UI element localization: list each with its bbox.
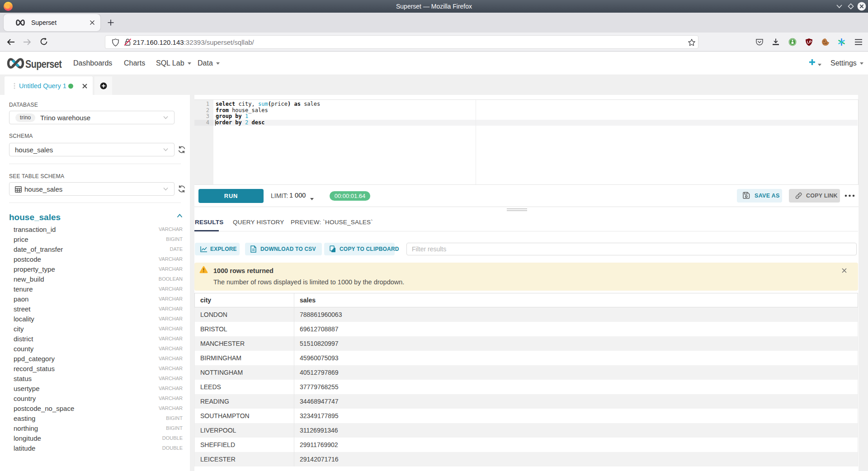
table-column-row[interactable]: postcode_no_spaceVARCHAR: [0, 403, 190, 413]
table-row[interactable]: LEEDS37779768255: [194, 380, 858, 394]
table-select[interactable]: house_sales: [9, 182, 175, 196]
table-column-row[interactable]: date_of_transferDATE: [0, 244, 190, 254]
table-column-row[interactable]: ppd_categoryVARCHAR: [0, 353, 190, 363]
table-row[interactable]: LEICESTER29142071716: [194, 452, 858, 466]
tab-close-icon[interactable]: [90, 20, 95, 25]
drag-dots-icon[interactable]: [14, 83, 15, 89]
bookmark-star-icon[interactable]: [688, 38, 696, 47]
table-row[interactable]: BIRMINGHAM45960075093: [194, 351, 858, 365]
window-minimize-icon[interactable]: [836, 4, 843, 9]
lock-insecure-icon[interactable]: [123, 38, 132, 47]
superset-logo-text[interactable]: Superset: [25, 58, 61, 71]
alert-close-icon[interactable]: [842, 268, 847, 273]
add-new-caret[interactable]: [818, 61, 821, 69]
table-column-row[interactable]: paonVARCHAR: [0, 294, 190, 304]
table-row[interactable]: READING34468947747: [194, 394, 858, 409]
table-column-row[interactable]: usertypeVARCHAR: [0, 383, 190, 393]
table-row[interactable]: BRISTOL69612708887: [194, 322, 858, 336]
browser-tab[interactable]: Superset: [4, 14, 100, 31]
nav-data[interactable]: Data: [198, 59, 220, 67]
add-query-tab-icon[interactable]: [100, 82, 107, 89]
table-column-row[interactable]: districtVARCHAR: [0, 334, 190, 344]
nav-sql-lab[interactable]: SQL Lab: [156, 59, 191, 67]
copy-clipboard-button[interactable]: COPY TO CLIPBOARD: [324, 243, 395, 255]
table-schema-title[interactable]: house_sales: [9, 212, 61, 222]
pocket-icon[interactable]: [755, 38, 764, 46]
table-row[interactable]: LIVERPOOL31126991346: [194, 423, 858, 438]
table-column-row[interactable]: property_typeVARCHAR: [0, 264, 190, 274]
table-row[interactable]: NOTTINGHAM40512797869: [194, 365, 858, 380]
tab-query-history[interactable]: QUERY HISTORY: [233, 219, 284, 226]
table-column-row[interactable]: new_buildBOOLEAN: [0, 274, 190, 284]
table-column-row[interactable]: countryVARCHAR: [0, 393, 190, 403]
menu-hamburger-icon[interactable]: [854, 38, 863, 46]
query-tab-active[interactable]: Untitled Query 1: [5, 76, 93, 95]
table-row[interactable]: MANCHESTER51510820997: [194, 336, 858, 351]
url-bar[interactable]: 217.160.120.143:32393/superset/sqllab/: [105, 35, 698, 49]
limit-value[interactable]: 1 000: [289, 192, 306, 199]
database-select[interactable]: trino Trino warehouse: [9, 111, 175, 124]
pane-drag-handle[interactable]: [507, 208, 527, 211]
table-refresh-icon[interactable]: [178, 185, 186, 193]
nav-dashboards[interactable]: Dashboards: [73, 59, 112, 67]
extension-green-icon[interactable]: [788, 38, 797, 46]
filter-results-input[interactable]: [406, 243, 857, 255]
query-tab-close-icon[interactable]: [82, 83, 88, 89]
table-column-row[interactable]: streetVARCHAR: [0, 304, 190, 314]
schema-select[interactable]: house_sales: [9, 143, 175, 156]
table-column-row[interactable]: longitudeDOUBLE: [0, 433, 190, 443]
nav-settings[interactable]: Settings: [830, 59, 863, 67]
window-close-icon[interactable]: [857, 2, 866, 11]
reload-icon[interactable]: [40, 38, 48, 46]
query-tab-label[interactable]: Untitled Query 1: [19, 82, 66, 89]
forward-icon[interactable]: [23, 38, 32, 46]
table-column-row[interactable]: postcodeVARCHAR: [0, 254, 190, 264]
table-row[interactable]: LONDON788861960063: [194, 307, 858, 322]
add-new-icon[interactable]: [809, 59, 816, 66]
table-column-row[interactable]: transaction_idVARCHAR: [0, 224, 190, 234]
table-column-row[interactable]: statusVARCHAR: [0, 373, 190, 383]
extension-asterisk-icon[interactable]: [838, 38, 845, 46]
shield-icon[interactable]: [112, 38, 119, 47]
table-column-row[interactable]: northingBIGINT: [0, 423, 190, 433]
run-button[interactable]: RUN: [198, 189, 264, 203]
column-header-sales[interactable]: sales: [300, 297, 316, 304]
tab-preview[interactable]: PREVIEW: `HOUSE_SALES`: [291, 219, 373, 226]
table-column-row[interactable]: record_statusVARCHAR: [0, 363, 190, 373]
column-header-city[interactable]: city: [200, 297, 211, 304]
downloads-icon[interactable]: [772, 38, 780, 46]
column-divider: [294, 365, 294, 380]
cookie-extension-icon[interactable]: [821, 38, 830, 46]
ublock-icon[interactable]: [805, 38, 813, 46]
back-icon[interactable]: [6, 38, 15, 46]
superset-logo-icon[interactable]: [6, 58, 25, 69]
column-type: VARCHAR: [159, 286, 183, 292]
schema-refresh-icon[interactable]: [178, 146, 186, 154]
table-row[interactable]: SOUTHAMPTON32349177895: [194, 409, 858, 423]
nav-charts[interactable]: Charts: [124, 59, 145, 67]
url-text[interactable]: 217.160.120.143:32393/superset/sqllab/: [133, 38, 254, 46]
table-column-row[interactable]: tenureVARCHAR: [0, 284, 190, 294]
table-column-row[interactable]: countyVARCHAR: [0, 344, 190, 353]
explore-button[interactable]: EXPLORE: [195, 243, 240, 255]
download-csv-button[interactable]: DOWNLOAD TO CSV: [245, 243, 322, 255]
save-as-button[interactable]: SAVE AS: [737, 189, 782, 203]
more-options-icon[interactable]: [844, 192, 856, 200]
divider: [9, 203, 181, 203]
table-column-row[interactable]: eastingBIGINT: [0, 413, 190, 423]
tab-results[interactable]: RESULTS: [195, 219, 223, 226]
table-row[interactable]: SHEFFIELD29911769902: [194, 438, 858, 452]
limit-dropdown-caret-icon[interactable]: [310, 195, 314, 203]
results-table-header[interactable]: city sales: [194, 293, 858, 307]
editor-code[interactable]: select city, sum(price) as salesfrom hou…: [216, 101, 320, 126]
window-maximize-icon[interactable]: [848, 3, 854, 9]
collapse-chevron-up-icon[interactable]: [177, 214, 183, 218]
table-column-row[interactable]: localityVARCHAR: [0, 314, 190, 324]
table-column-row[interactable]: cityVARCHAR: [0, 324, 190, 334]
table-column-row[interactable]: priceBIGINT: [0, 234, 190, 244]
add-query-tab[interactable]: [94, 76, 112, 95]
sql-editor[interactable]: 1234 select city, sum(price) as salesfro…: [194, 99, 859, 185]
table-column-row[interactable]: latitudeDOUBLE: [0, 443, 190, 453]
new-tab-icon[interactable]: [107, 19, 114, 26]
copy-link-button[interactable]: COPY LINK: [789, 189, 840, 203]
